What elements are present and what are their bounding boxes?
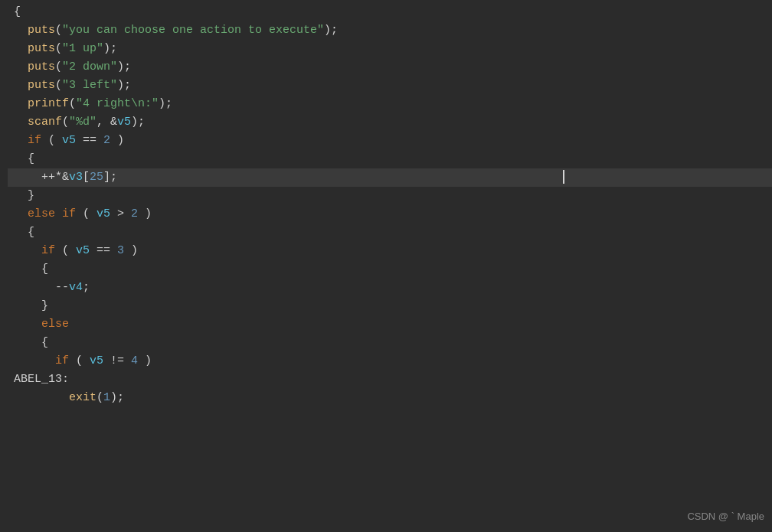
code-editor: { puts("you can choose one action to exe… bbox=[0, 0, 772, 532]
code-line: } bbox=[8, 297, 772, 315]
code-line: puts("3 left"); bbox=[8, 77, 772, 95]
code-line: printf("4 right\n:"); bbox=[8, 95, 772, 113]
code-line: scanf("%d", &v5); bbox=[8, 113, 772, 132]
code-line: else bbox=[8, 315, 772, 334]
code-line: { bbox=[8, 3, 772, 21]
code-line: puts("2 down"); bbox=[8, 58, 772, 77]
code-line: if ( v5 == 2 ) bbox=[8, 132, 772, 150]
code-line: puts("1 up"); bbox=[8, 40, 772, 58]
code-line: exit(1); bbox=[8, 389, 772, 407]
code-line: if ( v5 == 3 ) bbox=[8, 242, 772, 260]
code-line: --v4; bbox=[8, 279, 772, 297]
code-line: { bbox=[8, 334, 772, 352]
code-line: { bbox=[8, 150, 772, 168]
code-line: if ( v5 != 4 ) bbox=[8, 352, 772, 370]
code-line-label: ABEL_13: bbox=[8, 370, 772, 389]
code-line: { bbox=[8, 224, 772, 242]
watermark: CSDN @ ` Maple bbox=[687, 509, 764, 524]
code-line: puts("you can choose one action to execu… bbox=[8, 21, 772, 40]
code-line: else if ( v5 > 2 ) bbox=[8, 205, 772, 224]
code-line: } bbox=[8, 187, 772, 205]
code-line-highlighted: ++*&v3[25]; bbox=[8, 168, 772, 187]
code-line: { bbox=[8, 260, 772, 279]
